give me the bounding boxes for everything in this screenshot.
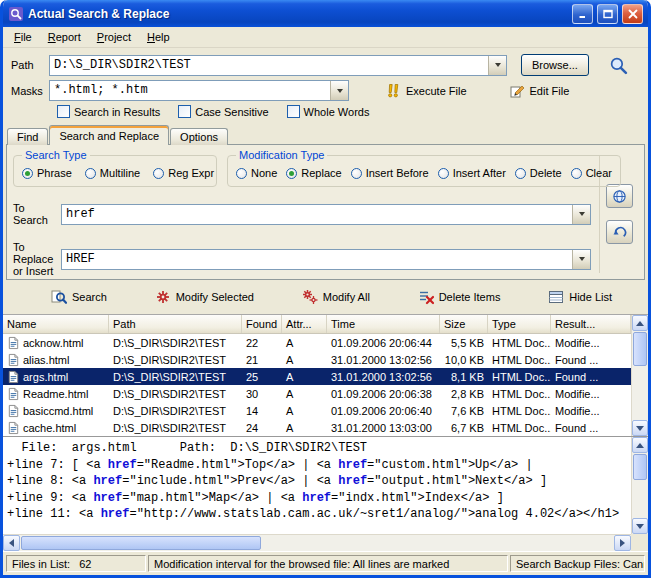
- charset-button[interactable]: [606, 184, 633, 208]
- radio-delete[interactable]: Delete: [515, 167, 562, 179]
- radio-insert-after[interactable]: Insert After: [438, 167, 506, 179]
- file-row[interactable]: cache.htmlD:\S_DIR\SDIR2\TEST24A31.01.20…: [3, 419, 631, 436]
- menu-report[interactable]: Report: [40, 28, 89, 46]
- to-replace-value: HREF: [62, 250, 572, 269]
- preview-search-button[interactable]: [609, 56, 628, 75]
- file-row[interactable]: acknow.htmlD:\S_DIR\SDIR2\TEST22A01.09.2…: [3, 334, 631, 351]
- to-search-label: To Search: [13, 202, 61, 226]
- scroll-right-button[interactable]: [614, 535, 631, 551]
- maximize-icon: [603, 9, 613, 19]
- scrollbar-thumb[interactable]: [633, 332, 647, 366]
- masks-dropdown-button[interactable]: [330, 81, 348, 100]
- scrollbar-thumb[interactable]: [21, 536, 261, 550]
- tab-find[interactable]: Find: [7, 128, 48, 145]
- preview-scrollbar-vertical[interactable]: [631, 437, 648, 534]
- html-file-icon: [7, 404, 20, 418]
- execute-file-button[interactable]: Execute File: [385, 83, 467, 99]
- column-header-time[interactable]: Time: [327, 315, 440, 333]
- status-modification-interval: Modification interval for the browsed fi…: [148, 555, 508, 572]
- to-replace-combobox[interactable]: HREF: [61, 249, 591, 270]
- browse-button[interactable]: Browse...: [521, 54, 589, 76]
- scroll-left-button[interactable]: [3, 535, 20, 551]
- preview-scrollbar-horizontal[interactable]: [3, 534, 631, 551]
- edit-file-icon: [509, 83, 525, 99]
- column-header-result[interactable]: Result...: [551, 315, 631, 333]
- checkbox-icon: [178, 105, 191, 118]
- modify-selected-button[interactable]: Modify Selected: [155, 289, 254, 305]
- file-row[interactable]: args.htmlD:\S_DIR\SDIR2\TEST25A31.01.200…: [3, 368, 631, 385]
- execute-file-icon: [385, 83, 401, 99]
- radio-insert-before[interactable]: Insert Before: [351, 167, 429, 179]
- checkbox-search-in-results[interactable]: Search in Results: [57, 105, 160, 118]
- radio-reg-expr[interactable]: Reg Expr: [153, 167, 214, 179]
- chevron-down-icon: [337, 89, 343, 93]
- hide-list-button[interactable]: Hide List: [548, 289, 612, 305]
- preview-line: +line 11: <a href="http://www.statslab.c…: [7, 506, 627, 523]
- path-combobox[interactable]: D:\S_DIR\SDIR2\TEST: [49, 55, 507, 76]
- tab-options[interactable]: Options: [170, 128, 228, 145]
- to-replace-label: To Replace or Insert: [13, 241, 61, 277]
- column-header-type[interactable]: Type: [488, 315, 551, 333]
- checkbox-case-sensitive[interactable]: Case Sensitive: [178, 105, 268, 118]
- undo-button[interactable]: [606, 220, 633, 244]
- checkbox-icon: [287, 105, 300, 118]
- modification-type-group: Modification Type None Replace Insert Be…: [227, 155, 621, 187]
- maximize-button[interactable]: [597, 4, 618, 24]
- column-header-attr[interactable]: Attr...: [282, 315, 327, 333]
- scroll-up-button[interactable]: [632, 437, 648, 453]
- radio-icon: [236, 168, 247, 179]
- radio-phrase[interactable]: Phrase: [22, 167, 72, 179]
- arrow-down-icon: [636, 524, 644, 529]
- radio-clear[interactable]: Clear: [571, 167, 612, 179]
- menu-bar: File Report Project Help: [3, 27, 648, 48]
- radio-none[interactable]: None: [236, 167, 277, 179]
- radio-icon: [85, 168, 96, 179]
- search-type-title: Search Type: [22, 149, 90, 161]
- toolbar: Path D:\S_DIR\SDIR2\TEST Browse... Masks…: [3, 48, 648, 124]
- app-icon: [8, 6, 24, 22]
- delete-items-icon: [418, 289, 434, 305]
- file-row[interactable]: alias.htmlD:\S_DIR\SDIR2\TEST21A31.01.20…: [3, 351, 631, 368]
- column-header-name[interactable]: Name: [3, 315, 109, 333]
- chevron-down-icon: [495, 63, 501, 67]
- checkbox-whole-words[interactable]: Whole Words: [287, 105, 370, 118]
- menu-file[interactable]: File: [6, 28, 40, 46]
- chevron-down-icon: [579, 257, 585, 261]
- radio-replace[interactable]: Replace: [286, 167, 341, 179]
- scrollbar-thumb[interactable]: [633, 454, 647, 480]
- file-row[interactable]: basiccmd.htmlD:\S_DIR\SDIR2\TEST14A01.09…: [3, 402, 631, 419]
- minimize-button[interactable]: [572, 4, 593, 24]
- to-search-combobox[interactable]: href: [61, 204, 591, 225]
- edit-file-button[interactable]: Edit File: [509, 83, 570, 99]
- tab-search-and-replace[interactable]: Search and Replace: [49, 125, 169, 145]
- modify-all-button[interactable]: Modify All: [302, 289, 370, 305]
- preview-text: File: args.html Path: D:\S_DIR\SDIR2\TES…: [3, 437, 631, 534]
- masks-combobox[interactable]: *.html; *.htm: [49, 80, 349, 101]
- titlebar[interactable]: Actual Search & Replace: [3, 0, 648, 27]
- column-header-size[interactable]: Size: [440, 315, 488, 333]
- preview-header: File: args.html Path: D:\S_DIR\SDIR2\TES…: [7, 440, 627, 457]
- to-search-dropdown-button[interactable]: [572, 205, 590, 224]
- menu-project[interactable]: Project: [89, 28, 139, 46]
- status-files-in-list: Files in List: 62: [6, 555, 146, 572]
- file-list-scrollbar[interactable]: [631, 315, 648, 436]
- radio-icon: [351, 168, 362, 179]
- search-icon: [51, 289, 67, 305]
- scroll-down-button[interactable]: [632, 518, 648, 534]
- to-replace-dropdown-button[interactable]: [572, 250, 590, 269]
- menu-help[interactable]: Help: [139, 28, 178, 46]
- scroll-down-button[interactable]: [632, 420, 648, 436]
- arrow-up-icon: [636, 321, 644, 326]
- action-bar: Search Modify Selected Modify All Delete…: [3, 280, 648, 314]
- path-dropdown-button[interactable]: [488, 56, 506, 75]
- scroll-up-button[interactable]: [632, 315, 648, 331]
- radio-multiline[interactable]: Multiline: [85, 167, 140, 179]
- search-button[interactable]: Search: [51, 289, 107, 305]
- column-header-found[interactable]: Found: [242, 315, 282, 333]
- delete-items-button[interactable]: Delete Items: [418, 289, 501, 305]
- modify-all-icon: [302, 289, 318, 305]
- file-row[interactable]: Readme.htmlD:\S_DIR\SDIR2\TEST30A01.09.2…: [3, 385, 631, 402]
- close-button[interactable]: [622, 4, 643, 24]
- column-header-path[interactable]: Path: [109, 315, 242, 333]
- file-list-header: Name Path Found Attr... Time Size Type R…: [3, 315, 631, 334]
